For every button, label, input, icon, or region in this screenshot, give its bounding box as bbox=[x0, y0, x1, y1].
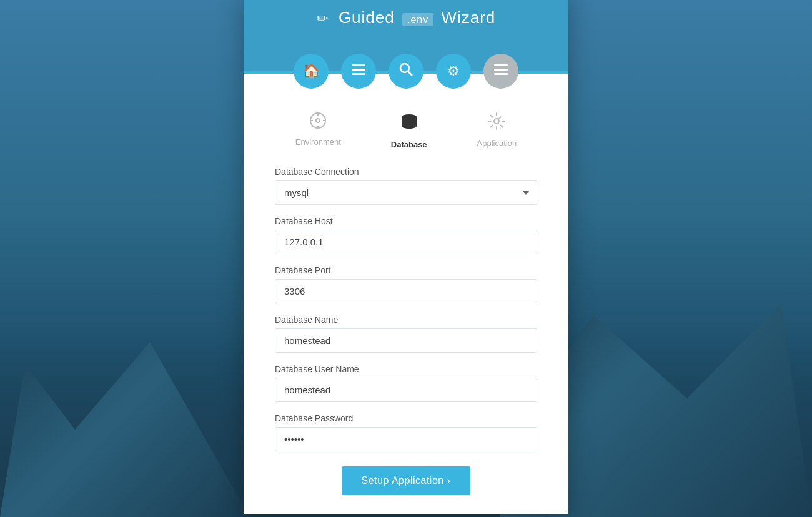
finalize-icon bbox=[494, 63, 508, 79]
chevron-right-icon: › bbox=[447, 475, 451, 486]
database-icon bbox=[399, 112, 419, 135]
step-home[interactable]: 🏠 bbox=[294, 54, 329, 89]
gear-icon: ⚙ bbox=[447, 63, 460, 79]
env-badge: .env bbox=[402, 13, 433, 26]
database-label: Database bbox=[391, 140, 427, 149]
username-label: Database User Name bbox=[275, 364, 537, 374]
step-settings[interactable]: ⚙ bbox=[436, 54, 471, 89]
tab-database[interactable]: Database bbox=[391, 112, 427, 149]
username-group: Database User Name bbox=[275, 364, 537, 402]
submit-label: Setup Application bbox=[362, 475, 444, 486]
svg-rect-6 bbox=[494, 69, 508, 71]
svg-point-8 bbox=[316, 119, 320, 122]
modal-card: ✏ Guided .env Wizard 🏠 bbox=[244, 0, 568, 514]
svg-rect-0 bbox=[352, 64, 365, 66]
step-finalize[interactable] bbox=[483, 54, 518, 89]
password-input[interactable] bbox=[275, 427, 537, 451]
tab-environment[interactable]: Environment bbox=[295, 112, 341, 149]
home-icon: 🏠 bbox=[303, 63, 320, 79]
host-label: Database Host bbox=[275, 216, 537, 226]
port-input[interactable] bbox=[275, 279, 537, 303]
application-icon bbox=[487, 112, 506, 134]
step-list[interactable] bbox=[341, 54, 376, 89]
connection-select[interactable]: mysql pgsql sqlite sqlsrv bbox=[275, 180, 537, 205]
username-input[interactable] bbox=[275, 378, 537, 402]
connection-label: Database Connection bbox=[275, 167, 537, 177]
step-circles: 🏠 ⚙ bbox=[244, 54, 568, 89]
list-icon bbox=[352, 63, 365, 79]
tab-application[interactable]: Application bbox=[477, 112, 517, 149]
title-guided: Guided bbox=[339, 8, 395, 27]
svg-point-3 bbox=[400, 64, 409, 72]
port-label: Database Port bbox=[275, 265, 537, 275]
password-group: Database Password bbox=[275, 413, 537, 451]
svg-line-4 bbox=[408, 71, 412, 76]
modal-header: ✏ Guided .env Wizard 🏠 bbox=[244, 0, 568, 71]
environment-label: Environment bbox=[295, 137, 341, 147]
name-label: Database Name bbox=[275, 315, 537, 325]
name-input[interactable] bbox=[275, 328, 537, 353]
title-wizard: Wizard bbox=[441, 8, 495, 27]
setup-application-button[interactable]: Setup Application › bbox=[342, 466, 471, 495]
modal-title: ✏ Guided .env Wizard bbox=[256, 8, 556, 27]
connection-group: Database Connection mysql pgsql sqlite s… bbox=[275, 167, 537, 205]
svg-rect-5 bbox=[494, 64, 508, 66]
pencil-icon: ✏ bbox=[317, 11, 329, 27]
search-icon bbox=[399, 62, 413, 80]
sub-tabs: Environment Database bbox=[275, 106, 537, 149]
svg-point-14 bbox=[494, 119, 499, 124]
application-label: Application bbox=[477, 139, 517, 148]
connection-select-wrapper: mysql pgsql sqlite sqlsrv bbox=[275, 180, 537, 205]
password-label: Database Password bbox=[275, 413, 537, 423]
environment-icon bbox=[309, 112, 327, 132]
svg-rect-7 bbox=[494, 73, 508, 75]
host-input[interactable] bbox=[275, 230, 537, 254]
port-group: Database Port bbox=[275, 265, 537, 303]
svg-rect-1 bbox=[352, 69, 365, 71]
modal-body: Environment Database bbox=[244, 71, 568, 514]
name-group: Database Name bbox=[275, 315, 537, 353]
svg-rect-2 bbox=[352, 73, 365, 75]
step-search[interactable] bbox=[389, 54, 423, 89]
host-group: Database Host bbox=[275, 216, 537, 254]
